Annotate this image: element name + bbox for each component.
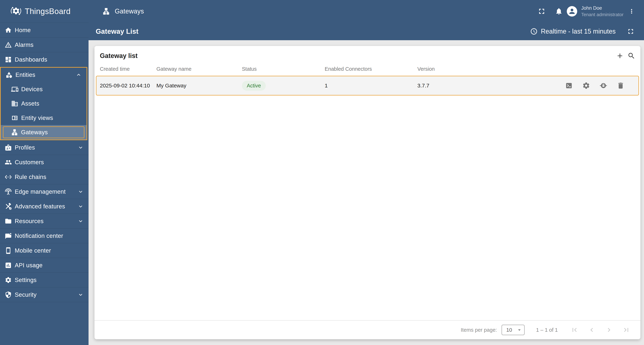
cell-created-time: 2025-09-02 10:44:10 — [100, 83, 156, 89]
sidebar-item-entities[interactable]: Entities — [1, 68, 86, 82]
sidebar-item-customers[interactable]: Customers — [0, 155, 88, 170]
table-row[interactable]: 2025-09-02 10:44:10 My Gateway Active 1 … — [96, 76, 639, 95]
previous-page-button[interactable] — [586, 324, 598, 336]
sidebar-item-label: Settings — [15, 277, 84, 284]
fullscreen-icon — [537, 7, 546, 16]
search-button[interactable] — [626, 50, 637, 61]
top-header: Gateways John Doe Tenant administrator — [88, 0, 644, 23]
dashboard-fullscreen-button[interactable] — [627, 27, 635, 35]
page-heading: Gateways — [102, 7, 144, 15]
timewindow-label: Realtime - last 15 minutes — [541, 28, 616, 35]
page-size-select[interactable]: 10 — [502, 325, 524, 335]
rule-chains-ethernet-icon — [5, 173, 12, 181]
sidebar-item-label: API usage — [15, 262, 84, 269]
last-page-icon — [622, 326, 630, 334]
more-menu-button[interactable] — [628, 8, 635, 15]
profiles-badge-icon — [5, 144, 12, 151]
column-header-enabled-connectors[interactable]: Enabled Connectors — [325, 66, 417, 72]
sidebar-item-label: Customers — [15, 159, 84, 166]
sidebar-item-label: Profiles — [15, 144, 74, 151]
items-per-page-label: Items per page: — [461, 327, 497, 333]
user-name: John Doe — [581, 5, 624, 11]
gear-icon — [582, 82, 590, 90]
delete-button[interactable] — [614, 79, 628, 93]
sidebar-item-mobile-center[interactable]: Mobile center — [0, 243, 88, 258]
user-menu[interactable]: John Doe Tenant administrator — [567, 5, 624, 18]
sidebar-item-label: Notification center — [15, 232, 84, 239]
last-page-button[interactable] — [620, 324, 632, 336]
first-page-icon — [570, 326, 578, 334]
sidebar-item-dashboards[interactable]: Dashboards — [0, 52, 88, 67]
sidebar-item-settings[interactable]: Settings — [0, 273, 88, 287]
user-role: Tenant administrator — [581, 11, 624, 18]
assets-building-icon — [11, 100, 18, 107]
sidebar-item-label: Edge management — [15, 188, 74, 195]
sidebar-item-alarms[interactable]: Alarms — [0, 37, 88, 52]
column-header-status[interactable]: Status — [242, 66, 325, 72]
sidebar-item-label: Entities — [16, 71, 72, 78]
next-page-button[interactable] — [603, 324, 615, 336]
thingsboard-gear-logo-icon — [10, 5, 22, 17]
add-gateway-button[interactable] — [614, 50, 626, 61]
cell-gateway-name: My Gateway — [156, 83, 242, 89]
sidebar-item-label: Dashboards — [15, 56, 84, 63]
sidebar-item-security[interactable]: Security — [0, 287, 88, 302]
sidebar-item-label: Resources — [15, 218, 74, 225]
sidebar-item-label: Rule chains — [15, 174, 84, 180]
sidebar-item-gateways-selected-frame: Gateways — [3, 126, 84, 138]
gateway-list-widget: Gateway list Created time Gateway name S… — [94, 46, 640, 339]
first-page-button[interactable] — [568, 324, 581, 336]
widget-title: Gateway list — [100, 52, 614, 60]
widget-header: Gateway list — [94, 46, 640, 63]
sidebar-item-advanced-features[interactable]: Advanced features — [0, 199, 88, 214]
devices-icon — [11, 86, 18, 93]
sidebar-item-label: Home — [15, 27, 84, 33]
column-header-gateway-name[interactable]: Gateway name — [156, 66, 242, 72]
sidebar-item-label: Alarms — [15, 41, 84, 48]
chevron-down-icon — [78, 292, 84, 298]
chevron-down-icon — [78, 188, 84, 195]
dashboard-icon — [5, 56, 12, 63]
person-icon — [568, 7, 576, 15]
notification-bubble-icon — [5, 232, 12, 240]
gateway-settings-button[interactable] — [579, 79, 593, 93]
sidebar-item-devices[interactable]: Devices — [1, 82, 86, 96]
entities-group-highlight: Entities Devices Assets Entity views — [0, 67, 87, 140]
fullscreen-button[interactable] — [537, 7, 546, 16]
chevron-left-icon — [588, 326, 596, 334]
column-header-version[interactable]: Version — [417, 66, 507, 72]
cell-version: 3.7.7 — [417, 83, 507, 89]
sidebar-item-gateways[interactable]: Gateways — [1, 125, 86, 139]
security-shield-icon — [5, 291, 12, 298]
page-range-label: 1 – 1 of 1 — [536, 327, 558, 333]
sidebar-item-profiles[interactable]: Profiles — [0, 140, 88, 155]
sidebar-item-entity-views[interactable]: Entity views — [1, 111, 86, 125]
lock-circle-icon — [600, 82, 607, 90]
column-header-created-time[interactable]: Created time — [100, 66, 156, 72]
timewindow-button[interactable]: Realtime - last 15 minutes — [530, 28, 616, 35]
row-actions — [507, 79, 638, 93]
brand-logo[interactable]: ThingsBoard — [0, 0, 88, 23]
sidebar-item-label: Assets — [21, 100, 82, 107]
paginator-nav — [568, 324, 632, 336]
entities-category-icon — [6, 71, 12, 78]
terminal-icon — [565, 82, 573, 90]
sidebar-item-api-usage[interactable]: API usage — [0, 258, 88, 273]
sidebar-item-home[interactable]: Home — [0, 23, 88, 37]
bell-icon — [555, 7, 563, 15]
dropdown-arrow-icon — [516, 327, 522, 333]
sidebar-item-label: Security — [15, 291, 74, 298]
credentials-button[interactable] — [596, 79, 610, 93]
sidebar-item-assets[interactable]: Assets — [1, 96, 86, 111]
notifications-button[interactable] — [555, 7, 563, 15]
dashboard-toolbar: Gateway List Realtime - last 15 minutes — [88, 23, 644, 40]
brand-name: ThingsBoard — [25, 7, 70, 16]
plus-icon — [616, 52, 624, 60]
app-root: ThingsBoard Home Alarms Dashboards Entit… — [0, 0, 644, 345]
launch-command-button[interactable] — [562, 79, 576, 93]
sidebar-item-notification-center[interactable]: Notification center — [0, 229, 88, 243]
sidebar-item-resources[interactable]: Resources — [0, 214, 88, 229]
sidebar-item-edge-management[interactable]: Edge management — [0, 184, 88, 199]
chevron-down-icon — [78, 203, 84, 210]
sidebar-item-rule-chains[interactable]: Rule chains — [0, 170, 88, 184]
